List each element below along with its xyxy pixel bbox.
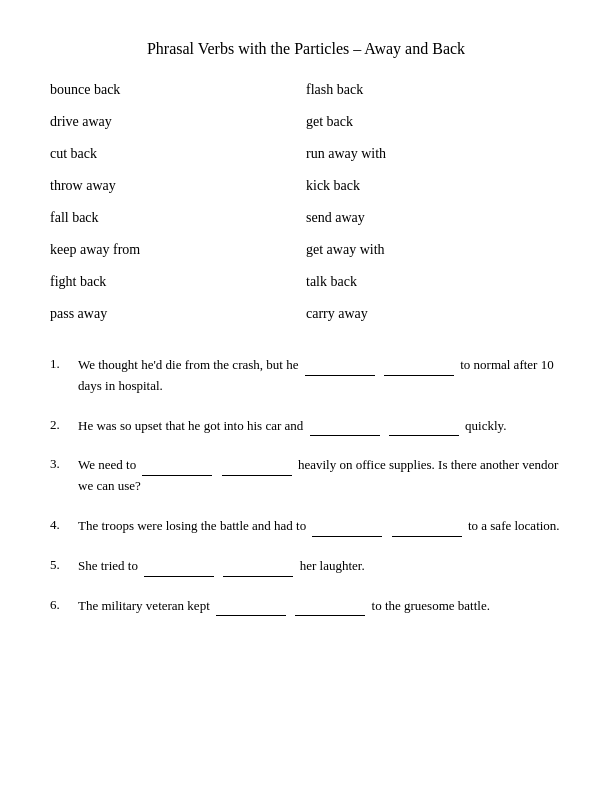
vocab-left-3: throw away xyxy=(50,178,306,194)
vocab-right-6: talk back xyxy=(306,274,562,290)
blank-5-1[interactable] xyxy=(223,555,293,577)
blank-5-0[interactable] xyxy=(144,555,214,577)
vocab-right-4: send away xyxy=(306,210,562,226)
vocab-right-5: get away with xyxy=(306,242,562,258)
vocab-right-0: flash back xyxy=(306,82,562,98)
exercise-number-2: 2. xyxy=(50,415,78,436)
blank-6-1[interactable] xyxy=(295,595,365,617)
vocab-left-2: cut back xyxy=(50,146,306,162)
exercise-number-3: 3. xyxy=(50,454,78,475)
exercise-text-6: The military veteran kept to the gruesom… xyxy=(78,595,562,617)
blank-6-0[interactable] xyxy=(216,595,286,617)
blank-1-1[interactable] xyxy=(384,354,454,376)
exercise-item-2: 2.He was so upset that he got into his c… xyxy=(50,415,562,437)
vocab-left-6: fight back xyxy=(50,274,306,290)
exercise-item-4: 4.The troops were losing the battle and … xyxy=(50,515,562,537)
exercise-text-3: We need to heavily on office supplies. I… xyxy=(78,454,562,497)
exercises-section: 1.We thought he'd die from the crash, bu… xyxy=(50,354,562,616)
vocab-left-4: fall back xyxy=(50,210,306,226)
vocab-left-0: bounce back xyxy=(50,82,306,98)
vocab-left-5: keep away from xyxy=(50,242,306,258)
vocab-left-1: drive away xyxy=(50,114,306,130)
exercise-text-4: The troops were losing the battle and ha… xyxy=(78,515,562,537)
exercise-text-1: We thought he'd die from the crash, but … xyxy=(78,354,562,397)
exercise-number-5: 5. xyxy=(50,555,78,576)
blank-4-0[interactable] xyxy=(312,515,382,537)
exercise-text-2: He was so upset that he got into his car… xyxy=(78,415,562,437)
blank-3-1[interactable] xyxy=(222,454,292,476)
exercise-text-5: She tried to her laughter. xyxy=(78,555,562,577)
vocab-grid: bounce backflash backdrive awayget backc… xyxy=(50,82,562,322)
blank-1-0[interactable] xyxy=(305,354,375,376)
blank-2-1[interactable] xyxy=(389,415,459,437)
exercise-item-5: 5.She tried to her laughter. xyxy=(50,555,562,577)
blank-2-0[interactable] xyxy=(310,415,380,437)
vocab-right-3: kick back xyxy=(306,178,562,194)
blank-3-0[interactable] xyxy=(142,454,212,476)
exercise-item-3: 3.We need to heavily on office supplies.… xyxy=(50,454,562,497)
vocab-left-7: pass away xyxy=(50,306,306,322)
exercise-item-6: 6.The military veteran kept to the grues… xyxy=(50,595,562,617)
exercise-number-6: 6. xyxy=(50,595,78,616)
exercise-number-1: 1. xyxy=(50,354,78,375)
vocab-right-7: carry away xyxy=(306,306,562,322)
vocab-right-1: get back xyxy=(306,114,562,130)
vocab-right-2: run away with xyxy=(306,146,562,162)
blank-4-1[interactable] xyxy=(392,515,462,537)
page-title: Phrasal Verbs with the Particles – Away … xyxy=(50,40,562,58)
exercise-item-1: 1.We thought he'd die from the crash, bu… xyxy=(50,354,562,397)
exercise-number-4: 4. xyxy=(50,515,78,536)
